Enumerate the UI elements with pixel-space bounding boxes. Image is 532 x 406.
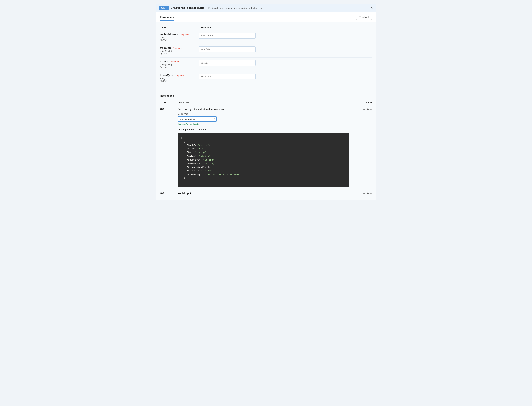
code-line-hash: "hash": "string", bbox=[181, 144, 346, 147]
code-line-timestamp: "timeStamp": "2023-04-15T18:42:20.440Z" bbox=[181, 173, 346, 177]
code-line-1: [ bbox=[181, 136, 346, 140]
param-input-todate[interactable] bbox=[199, 60, 255, 66]
code-line-close-arr: ] bbox=[181, 180, 346, 184]
name-column-header: Name bbox=[160, 25, 199, 30]
param-name-0: walletAddress bbox=[160, 33, 178, 36]
param-input-fromdate[interactable] bbox=[199, 46, 255, 52]
response-desc-200: Successfully retrieved filtered transact… bbox=[178, 108, 349, 111]
media-type-select[interactable]: application/json bbox=[178, 116, 217, 122]
response-row-200: 200 Successfully retrieved filtered tran… bbox=[160, 105, 372, 189]
param-location-1: (query) bbox=[160, 52, 199, 55]
response-code-400: 400 bbox=[160, 192, 164, 195]
description-column-header: Description bbox=[199, 25, 372, 30]
endpoint-path: /filteredTransactions bbox=[171, 6, 204, 10]
method-badge: GET bbox=[159, 6, 169, 10]
code-line-close-obj: } bbox=[181, 177, 346, 180]
param-name-1: fromDate bbox=[160, 46, 172, 49]
response-code-200: 200 bbox=[160, 108, 164, 111]
param-type-2: string($date) bbox=[160, 64, 199, 66]
code-col-header: Code bbox=[160, 100, 178, 105]
param-row-todate: toDate * required string($date) (query) bbox=[160, 58, 372, 71]
param-row-fromdate: fromDate * required string($date) (query… bbox=[160, 44, 372, 58]
code-line-value: "value": "string", bbox=[181, 154, 346, 158]
responses-table: Code Description Links 200 Successfully … bbox=[160, 100, 372, 197]
param-name-2: toDate bbox=[160, 60, 168, 63]
param-location-0: (query) bbox=[160, 39, 199, 41]
responses-title: Responses bbox=[160, 94, 372, 97]
param-required-0: * required bbox=[179, 33, 188, 36]
param-location-2: (query) bbox=[160, 66, 199, 68]
response-row-400: 400 Invalid input No links bbox=[160, 189, 372, 197]
param-row-walletaddress: walletAddress * required string (query) bbox=[160, 30, 372, 44]
param-required-1: * required bbox=[173, 47, 182, 49]
code-line-from: "from": "string", bbox=[181, 147, 346, 151]
param-location-3: (query) bbox=[160, 80, 199, 82]
param-required-3: * required bbox=[174, 74, 184, 77]
code-line-tokentype: "tokenType": "string", bbox=[181, 162, 346, 166]
param-input-tokentype[interactable] bbox=[199, 74, 255, 80]
example-value-tab[interactable]: Example Value bbox=[178, 127, 196, 131]
tab-parameters[interactable]: Parameters bbox=[160, 15, 174, 21]
endpoint-description: Retrieve filtered transactions by period… bbox=[208, 7, 263, 9]
code-line-2: { bbox=[181, 140, 346, 144]
try-it-out-button[interactable]: Try it out bbox=[356, 14, 372, 20]
example-tabs: Example Value | Schema bbox=[178, 127, 349, 131]
endpoint-left: GET /filteredTransactions Retrieve filte… bbox=[159, 6, 263, 10]
param-required-2: * required bbox=[170, 60, 179, 63]
param-row-tokentype: tokenType * required string (query) bbox=[160, 71, 372, 85]
schema-tab[interactable]: Schema bbox=[197, 127, 208, 131]
param-name-3: tokenType bbox=[160, 74, 173, 77]
api-container: GET /filteredTransactions Retrieve filte… bbox=[156, 4, 376, 200]
desc-col-header: Description bbox=[178, 100, 349, 105]
tabs-section: Parameters Try it out bbox=[156, 12, 376, 22]
param-type-0: string bbox=[160, 36, 199, 39]
links-col-header: Links bbox=[349, 100, 372, 105]
no-links-200: No links bbox=[349, 105, 372, 189]
code-line-gasprice: "gasPrice": "string", bbox=[181, 158, 346, 162]
code-line-blockheight: "blockHeight": 0, bbox=[181, 166, 346, 169]
no-links-400: No links bbox=[349, 189, 372, 197]
code-line-to: "to": "string", bbox=[181, 151, 346, 154]
param-type-3: string bbox=[160, 77, 199, 80]
collapse-icon[interactable]: ∧ bbox=[371, 6, 373, 10]
response-desc-400: Invalid input bbox=[178, 192, 191, 195]
media-type-label: Media type bbox=[178, 113, 349, 115]
endpoint-header: GET /filteredTransactions Retrieve filte… bbox=[156, 4, 376, 12]
parameters-table: Name Description walletAddress * require… bbox=[160, 25, 372, 85]
parameters-section: Name Description walletAddress * require… bbox=[156, 22, 376, 91]
controls-accept-header-text: Controls Accept header. bbox=[178, 123, 349, 125]
code-line-status: "status": "string", bbox=[181, 169, 346, 173]
responses-section: Responses Code Description Links 200 Suc… bbox=[156, 91, 376, 200]
param-input-walletaddress[interactable] bbox=[199, 33, 255, 39]
example-code-block: [ { "hash": "string", "from": "string", … bbox=[178, 133, 349, 187]
param-type-1: string($date) bbox=[160, 50, 199, 52]
